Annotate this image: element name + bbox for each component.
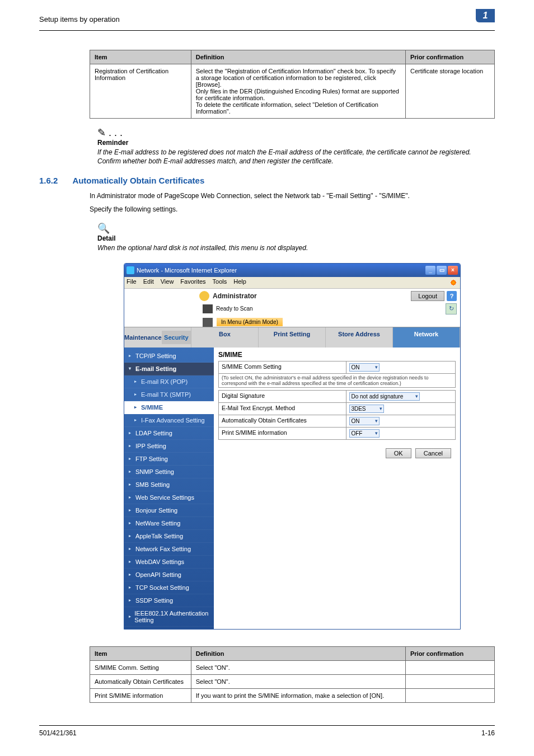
t2-head-prior: Prior confirmation xyxy=(405,646,494,660)
sidebar-item-label: OpenAPI Setting xyxy=(135,571,181,578)
smime-panel: S/MIME S/MIME Comm Setting ON ▾ xyxy=(214,348,460,629)
t1-head-def: Definition xyxy=(191,50,405,64)
sidebar-item-netware[interactable]: ▸NetWare Setting xyxy=(124,517,214,530)
panel-auto-select[interactable]: ON ▾ xyxy=(349,417,380,425)
t2-r1-def: Select "ON". xyxy=(191,674,405,688)
sidebar-item-webdav[interactable]: ▸WebDAV Settings xyxy=(124,556,214,569)
minimize-button[interactable]: _ xyxy=(425,266,435,275)
reminder-text: If the E-mail address to be registered d… xyxy=(97,148,495,166)
section-line2: Specify the following settings. xyxy=(90,204,495,214)
menu-favorites[interactable]: Favorites xyxy=(180,278,205,287)
reminder-block: ✎ . . . Reminder If the E-mail address t… xyxy=(97,126,495,166)
chevron-down-icon: ▾ xyxy=(415,393,418,399)
panel-encrypt-select[interactable]: 3DES ▾ xyxy=(349,405,384,413)
definition-table-2: Item Definition Prior confirmation S/MIM… xyxy=(90,646,495,703)
windows-flag-icon xyxy=(449,278,458,287)
menu-view[interactable]: View xyxy=(161,278,174,287)
tab-network[interactable]: Network xyxy=(393,327,460,348)
panel-comm-select[interactable]: ON ▾ xyxy=(349,363,380,372)
t2-r2-def: If you want to print the S/MINE informat… xyxy=(191,688,405,702)
menu-help[interactable]: Help xyxy=(233,278,246,287)
sidebar-item-webservice[interactable]: ▸Web Service Settings xyxy=(124,491,214,504)
tab-print-setting[interactable]: Print Setting xyxy=(259,327,326,348)
maximize-button[interactable]: ▭ xyxy=(437,266,447,275)
t1-r0-item: Registration of Certification Informatio… xyxy=(90,64,191,119)
chevron-right-icon: ▸ xyxy=(129,443,133,448)
panel-auto-label: Automatically Obtain Certificates xyxy=(219,415,346,427)
sidebar-item-label: TCP Socket Setting xyxy=(135,584,189,591)
footer-page: 1-16 xyxy=(481,729,495,737)
sidebar-item-label: E-mail RX (POP) xyxy=(141,378,188,385)
sidebar-item-snmp[interactable]: ▸SNMP Setting xyxy=(124,466,214,478)
sidebar-item-netfax[interactable]: ▸Network Fax Setting xyxy=(124,543,214,556)
t2-r0-prior xyxy=(405,660,494,674)
tab-maintenance-security[interactable]: Maintenance Security xyxy=(124,327,191,348)
refresh-icon[interactable] xyxy=(446,303,457,314)
select-value: OFF xyxy=(351,430,362,436)
panel-row-comm: S/MIME Comm Setting ON ▾ xyxy=(219,361,456,373)
tab-maintenance-label[interactable]: Maintenance xyxy=(124,331,162,344)
magnifier-icon: 🔍 xyxy=(97,222,495,234)
ie-window-title: Network - Microsoft Internet Explorer xyxy=(137,267,237,274)
sidebar-item-email-rx[interactable]: ▸E-mail RX (POP) xyxy=(124,375,214,388)
tab-store-address[interactable]: Store Address xyxy=(326,327,393,348)
close-button[interactable]: × xyxy=(448,266,458,275)
chevron-right-icon: ▸ xyxy=(129,598,133,603)
sidebar-item-ldap[interactable]: ▸LDAP Setting xyxy=(124,427,214,440)
panel-print-label: Print S/MIME information xyxy=(219,427,346,439)
tab-security-label[interactable]: Security xyxy=(162,331,191,344)
t2-r1-prior xyxy=(405,674,494,688)
sidebar-item-email-tx[interactable]: ▸E-mail TX (SMTP) xyxy=(124,388,214,401)
sidebar-item-ssdp[interactable]: ▸SSDP Setting xyxy=(124,594,214,607)
t1-r0-prior: Certificate storage location xyxy=(405,64,494,119)
ie-window: Network - Microsoft Internet Explorer _ … xyxy=(124,263,461,630)
chevron-right-icon: ▸ xyxy=(129,482,133,487)
sidebar-item-label: SMB Setting xyxy=(135,481,170,488)
sidebar-item-label: TCP/IP Setting xyxy=(135,353,176,359)
ie-title-bar[interactable]: Network - Microsoft Internet Explorer _ … xyxy=(124,264,460,277)
sidebar-item-appletalk[interactable]: ▸AppleTalk Setting xyxy=(124,530,214,543)
table-row: Automatically Obtain Certificates Select… xyxy=(90,674,495,688)
select-value: Do not add signature xyxy=(351,393,403,400)
chevron-right-icon: ▸ xyxy=(134,392,139,397)
menu-edit[interactable]: Edit xyxy=(143,278,154,287)
help-icon[interactable]: ? xyxy=(447,291,457,301)
ie-icon xyxy=(127,266,134,274)
sidebar-item-bonjour[interactable]: ▸Bonjour Setting xyxy=(124,504,214,517)
menu-tools[interactable]: Tools xyxy=(213,278,227,287)
sidebar-item-ftp[interactable]: ▸FTP Setting xyxy=(124,453,214,466)
sidebar-item-ifax[interactable]: ▸I-Fax Advanced Setting xyxy=(124,414,214,427)
sidebar-item-openapi[interactable]: ▸OpenAPI Setting xyxy=(124,569,214,581)
panel-title: S/MIME xyxy=(218,351,456,359)
cancel-button[interactable]: Cancel xyxy=(415,448,451,458)
sidebar-item-label: NetWare Setting xyxy=(135,520,180,527)
admin-icon xyxy=(199,291,209,301)
sidebar-item-tcpsocket[interactable]: ▸TCP Socket Setting xyxy=(124,581,214,594)
sidebar-item-label: WebDAV Settings xyxy=(135,558,184,565)
chevron-down-icon: ▾ xyxy=(380,406,382,411)
sidebar-item-tcpip[interactable]: ▸TCP/IP Setting xyxy=(124,350,214,363)
tab-box[interactable]: Box xyxy=(191,327,259,348)
sidebar-item-smime[interactable]: ▸S/MIME xyxy=(124,401,214,414)
sidebar-item-label: Network Fax Setting xyxy=(135,546,191,552)
panel-digsig-select[interactable]: Do not add signature ▾ xyxy=(349,392,420,401)
menu-file[interactable]: File xyxy=(127,278,137,287)
panel-print-select[interactable]: OFF ▾ xyxy=(349,429,380,438)
panel-encrypt-label: E-Mail Text Encrypt. Method xyxy=(219,402,346,415)
logout-button[interactable]: Logout xyxy=(411,291,444,301)
ok-button[interactable]: OK xyxy=(386,448,411,458)
t2-head-def: Definition xyxy=(191,646,405,660)
sidebar-item-label: E-mail Setting xyxy=(135,365,176,372)
sidebar-item-ieee8021x[interactable]: ▸IEEE802.1X Authentication Setting xyxy=(124,607,214,627)
chevron-right-icon: ▸ xyxy=(129,614,132,619)
sidebar-item-email[interactable]: ▾E-mail Setting xyxy=(124,363,214,375)
t2-r2-item: Print S/MIME information xyxy=(90,688,191,702)
panel-row-print: Print S/MIME information OFF ▾ xyxy=(219,427,456,439)
t2-head-item: Item xyxy=(90,646,191,660)
sidebar-item-label: Web Service Settings xyxy=(135,494,194,501)
sidebar-item-smb[interactable]: ▸SMB Setting xyxy=(124,478,214,491)
sidebar-item-ipp[interactable]: ▸IPP Setting xyxy=(124,440,214,453)
t1-head-prior: Prior confirmation xyxy=(405,50,494,64)
t2-r0-def: Select "ON". xyxy=(191,660,405,674)
t1-r0-def: Select the "Registration of Certificatio… xyxy=(191,64,405,119)
